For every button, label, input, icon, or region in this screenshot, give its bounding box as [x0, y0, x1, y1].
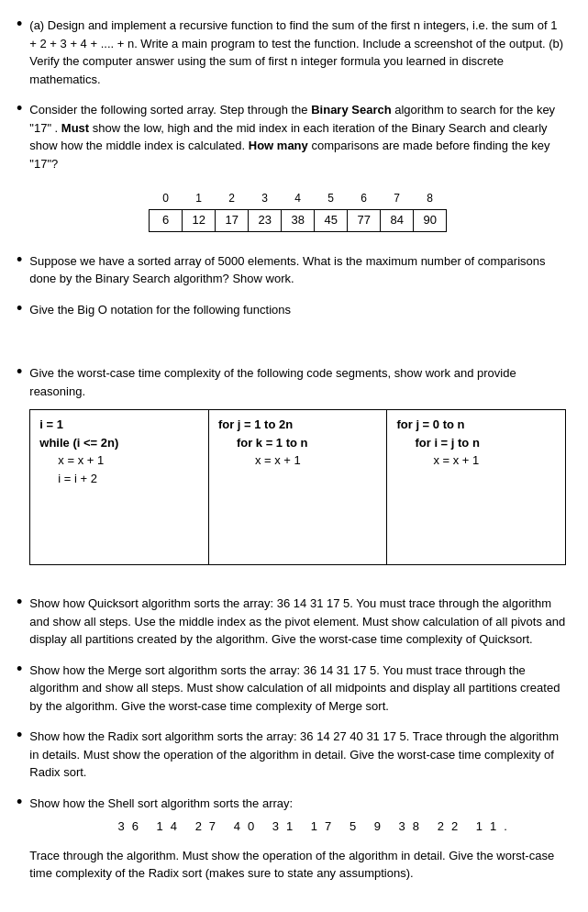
- question-item-6: • Show how Quicksort algorithm sorts the…: [17, 595, 566, 649]
- val-0: 6: [150, 209, 183, 231]
- code-cell2-line2: for k = 1 to n: [237, 434, 378, 452]
- code-cell3-line1: for j = 0 to n: [396, 416, 556, 434]
- question-text-4: Give the Big O notation for the followin…: [29, 301, 566, 319]
- val-2: 17: [216, 209, 249, 231]
- code-cell3-line3: x = x + 1: [433, 451, 556, 470]
- q9-intro: Show how the Shell sort algorithm sorts …: [29, 796, 293, 810]
- spacer-2: [17, 348, 566, 364]
- q2-bold1: Binary Search: [311, 103, 391, 117]
- question-item-4: • Give the Big O notation for the follow…: [17, 301, 566, 319]
- idx-2: 2: [216, 187, 249, 209]
- array-index-row: 0 1 2 3 4 5 6 7 8: [150, 187, 447, 209]
- bullet-4: •: [17, 299, 22, 318]
- bullet-7: •: [17, 660, 22, 679]
- bullet-5: •: [17, 362, 22, 382]
- q2-text-plain: Consider the following sorted array. Ste…: [29, 103, 311, 117]
- question-item-1: • (a) Design and implement a recursive f…: [17, 17, 566, 88]
- code-cell3-line2: for i = j to n: [415, 434, 556, 452]
- code-cell2-line1: for j = 1 to 2n: [218, 416, 378, 434]
- q2-bold3: How many: [249, 139, 308, 152]
- q3-text: Suppose we have a sorted array of 5000 e…: [29, 254, 545, 286]
- question-text-9: Show how the Shell sort algorithm sorts …: [29, 795, 566, 883]
- q1-text: (a) Design and implement a recursive fun…: [29, 18, 563, 86]
- question-text-5: Give the worst-case time complexity of t…: [29, 364, 566, 565]
- question-item-5: • Give the worst-case time complexity of…: [17, 364, 566, 565]
- val-4: 38: [282, 209, 315, 231]
- question-text-2: Consider the following sorted array. Ste…: [29, 101, 566, 239]
- val-8: 90: [414, 209, 447, 231]
- question-text-6: Show how Quicksort algorithm sorts the a…: [29, 595, 566, 649]
- question-list: • (a) Design and implement a recursive f…: [17, 17, 566, 883]
- idx-6: 6: [348, 187, 381, 209]
- question-item-7: • Show how the Merge sort algorithm sort…: [17, 662, 566, 716]
- question-text-8: Show how the Radix sort algorithm sorts …: [29, 728, 566, 782]
- code-cell1-line3: x = x + 1: [58, 451, 199, 470]
- idx-7: 7: [381, 187, 414, 209]
- bullet-2: •: [17, 99, 22, 118]
- question-text-1: (a) Design and implement a recursive fun…: [29, 17, 566, 88]
- code-cell-1: i = 1 while (i <= 2n) x = x + 1 i = i + …: [30, 410, 209, 565]
- val-7: 84: [381, 209, 414, 231]
- code-cell-2: for j = 1 to 2n for k = 1 to n x = x + 1: [208, 410, 387, 565]
- code-cell2-line3: x = x + 1: [255, 451, 378, 470]
- idx-8: 8: [414, 187, 447, 209]
- binary-search-array-table: 0 1 2 3 4 5 6 7 8 6 12 17 23 38 45: [149, 187, 447, 232]
- code-cell1-line1: i = 1: [39, 416, 199, 434]
- q9-trace: Trace through the algorithm. Must show t…: [29, 849, 554, 881]
- bullet-6: •: [17, 593, 22, 612]
- idx-0: 0: [150, 187, 183, 209]
- q9-array-seq: 36 14 27 40 31 17 5 9 38 22 11.: [66, 817, 566, 836]
- q2-bold2: Must: [61, 121, 89, 135]
- array-value-row: 6 12 17 23 38 45 77 84 90: [150, 209, 447, 231]
- q7-text: Show how the Merge sort algorithm sorts …: [29, 663, 560, 713]
- idx-5: 5: [315, 187, 348, 209]
- code-cell-3: for j = 0 to n for i = j to n x = x + 1: [387, 410, 566, 565]
- val-6: 77: [348, 209, 381, 231]
- q6-text: Show how Quicksort algorithm sorts the a…: [29, 596, 565, 646]
- bullet-8: •: [17, 726, 22, 745]
- idx-3: 3: [249, 187, 282, 209]
- idx-1: 1: [183, 187, 216, 209]
- spacer-3: [17, 578, 566, 595]
- spacer-1: [17, 331, 566, 348]
- question-item-9: • Show how the Shell sort algorithm sort…: [17, 795, 566, 883]
- q8-text: Show how the Radix sort algorithm sorts …: [29, 729, 559, 779]
- code-cell1-line4: i = i + 2: [58, 470, 199, 488]
- q4-text: Give the Big O notation for the followin…: [29, 303, 291, 317]
- code-cell1-line2: while (i <= 2n): [39, 434, 199, 452]
- question-text-7: Show how the Merge sort algorithm sorts …: [29, 662, 566, 716]
- question-item-2: • Consider the following sorted array. S…: [17, 101, 566, 239]
- q5-intro: Give the worst-case time complexity of t…: [29, 366, 516, 398]
- val-3: 23: [249, 209, 282, 231]
- val-1: 12: [183, 209, 216, 231]
- bullet-3: •: [17, 250, 22, 270]
- code-table-row: i = 1 while (i <= 2n) x = x + 1 i = i + …: [30, 410, 566, 565]
- complexity-code-table: i = 1 while (i <= 2n) x = x + 1 i = i + …: [29, 409, 566, 565]
- bullet-9: •: [17, 793, 22, 812]
- question-text-3: Suppose we have a sorted array of 5000 e…: [29, 252, 566, 288]
- val-5: 45: [315, 209, 348, 231]
- question-item-8: • Show how the Radix sort algorithm sort…: [17, 728, 566, 782]
- idx-4: 4: [282, 187, 315, 209]
- question-item-3: • Suppose we have a sorted array of 5000…: [17, 252, 566, 288]
- bullet-1: •: [17, 15, 22, 34]
